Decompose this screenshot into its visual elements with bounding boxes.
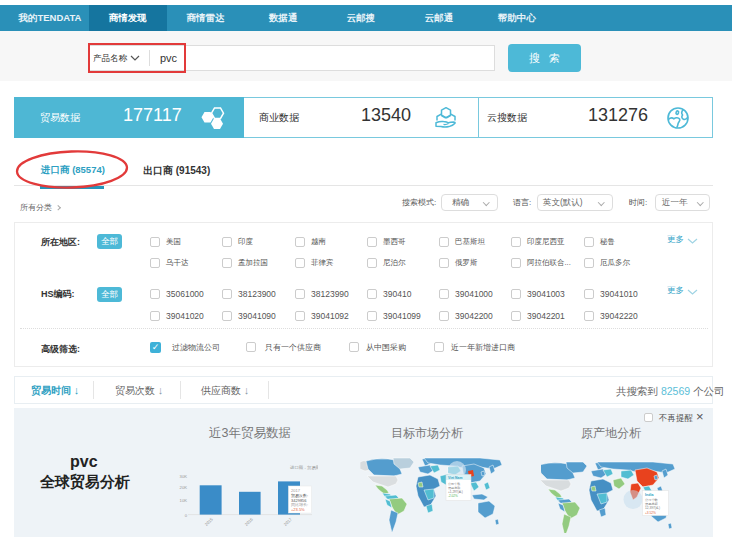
svg-text:0: 0 [185,513,188,518]
svg-text:2017: 2017 [291,488,301,493]
svg-text:2017: 2017 [283,516,294,527]
svg-text:-2.02%: -2.02% [448,494,458,498]
svg-text:+23.5%: +23.5% [291,507,305,512]
svg-text:30K: 30K [180,474,188,479]
svg-text:10K: 10K [180,498,188,503]
svg-text:Viet Nam: Viet Nam [448,476,462,480]
svg-text:20K: 20K [180,485,188,490]
svg-text:+3.52%: +3.52% [645,511,656,515]
svg-text:2016: 2016 [244,516,255,527]
svg-text:进口额 - 贸易额: 进口额 - 贸易额 [290,465,318,470]
svg-text:2015: 2015 [204,516,215,527]
svg-text:India: India [645,493,654,497]
